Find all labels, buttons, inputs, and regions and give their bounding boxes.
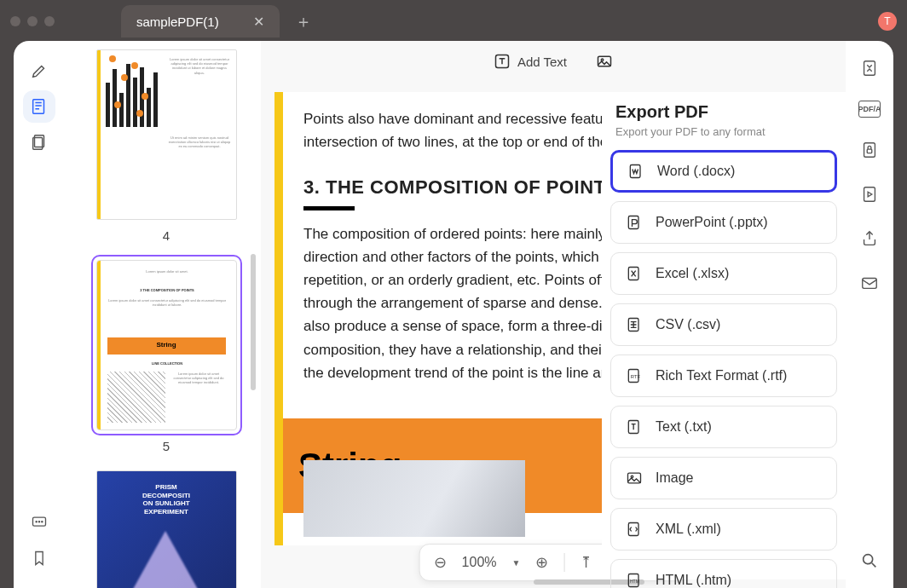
opt-label: XML (.xml) (656, 522, 721, 537)
maximize-dot[interactable] (44, 16, 55, 26)
tab-title: samplePDF(1) (136, 14, 219, 29)
thumbnail-page-6[interactable]: PRISM DECOMPOSITI ON SUNLIGHT EXPERIMENT (85, 470, 247, 588)
export-subtitle: Export your PDF to any format (602, 125, 846, 150)
export-word-option[interactable]: Word (.docx) (610, 150, 837, 193)
opt-label: Rich Text Format (.rtf) (656, 368, 787, 383)
export-html-option[interactable]: HTM HTML (.htm) (610, 559, 837, 588)
rtf-icon: RTF (625, 366, 644, 385)
user-avatar[interactable]: T (878, 12, 897, 31)
thumb-page-number: 5 (85, 439, 247, 453)
add-text-label: Add Text (517, 55, 567, 69)
titlebar: samplePDF(1) ✕ ＋ T (0, 0, 907, 43)
zoom-out-icon[interactable]: ⊖ (434, 553, 447, 572)
share-icon[interactable] (858, 227, 881, 251)
zoom-dropdown-icon[interactable]: ▼ (512, 558, 521, 568)
convert-icon[interactable] (858, 56, 881, 80)
svg-rect-26 (863, 279, 877, 289)
add-image-button[interactable] (596, 53, 613, 70)
svg-rect-24 (867, 149, 872, 153)
close-tab-icon[interactable]: ✕ (253, 14, 264, 30)
opt-label: Excel (.xlsx) (656, 266, 729, 281)
opt-label: CSV (.csv) (656, 317, 720, 332)
svg-text:RTF: RTF (631, 374, 641, 379)
pages-icon[interactable] (23, 126, 55, 159)
html-icon: HTM (625, 571, 644, 588)
svg-rect-0 (33, 100, 44, 114)
export-rtf-option[interactable]: RTF Rich Text Format (.rtf) (610, 355, 837, 397)
thumbnails-icon[interactable] (23, 90, 55, 123)
export-panel: Export PDF Export your PDF to any format… (602, 92, 846, 579)
opt-label: Text (.txt) (656, 419, 712, 435)
thumbnail-panel: Lorem ipsum dolor sit amet consectetur a… (65, 41, 261, 588)
window-controls (10, 16, 55, 26)
export-csv-option[interactable]: CSV (.csv) (610, 303, 837, 346)
zoom-level: 100% (462, 555, 497, 570)
play-icon[interactable] (858, 182, 881, 206)
export-excel-option[interactable]: Excel (.xlsx) (610, 252, 837, 295)
xml-icon (625, 520, 644, 539)
opt-label: Word (.docx) (657, 164, 735, 179)
export-image-option[interactable]: Image (610, 457, 837, 499)
opt-label: Image (656, 470, 693, 486)
thumb-page-number: 4 (85, 228, 247, 243)
svg-point-5 (38, 522, 39, 522)
document-toolbar: Add Text (261, 53, 846, 70)
thumbnail-scrollbar[interactable] (251, 254, 256, 390)
pdfa-icon[interactable]: PDF/A (858, 101, 881, 118)
image-icon (625, 469, 644, 487)
csv-icon (625, 315, 644, 334)
protect-icon[interactable] (858, 138, 881, 162)
new-tab-button[interactable]: ＋ (295, 10, 312, 33)
opt-label: HTML (.htm) (656, 573, 731, 588)
svg-rect-25 (864, 187, 875, 202)
main-window: Lorem ipsum dolor sit amet consectetur a… (14, 41, 893, 588)
powerpoint-icon (625, 213, 644, 232)
word-icon (627, 162, 645, 181)
export-xml-option[interactable]: XML (.xml) (610, 508, 837, 551)
page-accent-bar (274, 92, 283, 545)
svg-point-27 (864, 555, 873, 564)
svg-point-6 (42, 522, 43, 522)
bookmark-icon[interactable] (23, 542, 55, 574)
opt-label: PowerPoint (.pptx) (656, 215, 768, 230)
mail-icon[interactable] (858, 271, 881, 295)
close-dot[interactable] (10, 16, 20, 26)
add-text-button[interactable]: Add Text (494, 53, 567, 70)
first-page-icon[interactable]: ⤒ (580, 553, 592, 572)
export-txt-option[interactable]: Text (.txt) (610, 406, 837, 448)
left-rail (14, 41, 65, 588)
avatar-initial: T (884, 15, 890, 27)
present-icon[interactable] (23, 506, 55, 539)
heading-rule (303, 206, 355, 210)
thumb-band: String (107, 337, 226, 355)
minimize-dot[interactable] (27, 16, 38, 26)
excel-icon (625, 264, 644, 283)
export-powerpoint-option[interactable]: PowerPoint (.pptx) (610, 201, 837, 244)
highlighter-icon[interactable] (23, 55, 55, 87)
document-tab[interactable]: samplePDF(1) ✕ (121, 5, 280, 37)
txt-icon (625, 418, 644, 436)
thumbnail-page-5[interactable]: Lorem ipsum dolor sit amet. 3 THE COMPOS… (85, 260, 247, 453)
zoom-in-icon[interactable]: ⊕ (535, 553, 548, 572)
right-rail: PDF/A (846, 41, 893, 588)
svg-text:HTM: HTM (630, 579, 639, 584)
page-photo (303, 460, 525, 537)
export-title: Export PDF (602, 92, 846, 125)
search-icon[interactable] (858, 549, 881, 573)
thumbnail-page-4[interactable]: Lorem ipsum dolor sit amet consectetur a… (85, 49, 247, 243)
svg-point-4 (36, 522, 37, 522)
svg-rect-23 (864, 143, 875, 158)
